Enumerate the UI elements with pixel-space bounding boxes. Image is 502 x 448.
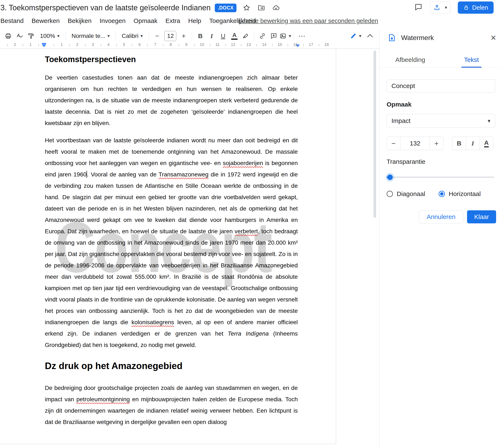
- menu-opmaak[interactable]: Opmaak: [130, 17, 161, 24]
- insert-image-button[interactable]: ▾: [279, 30, 291, 42]
- app-header: 3. Toekomstperspectieven van de laatste …: [0, 0, 502, 29]
- done-button[interactable]: Klaar: [467, 210, 496, 223]
- decrease-watermark-size-button[interactable]: −: [387, 137, 400, 150]
- menu-bewerken[interactable]: Bewerken: [28, 17, 64, 24]
- collapse-toolbar-button[interactable]: [364, 30, 376, 42]
- text-color-button[interactable]: A: [229, 30, 240, 42]
- ruler-number: 1: [30, 42, 32, 47]
- watermark-italic-button[interactable]: I: [466, 137, 479, 150]
- text-run: De veertien casestudies tonen aan dat de…: [45, 74, 298, 126]
- text-color-bar: [231, 39, 238, 40]
- watermark-text-input[interactable]: [387, 79, 495, 92]
- text-run: sojaboerderijen: [223, 160, 263, 166]
- slider-thumb[interactable]: [387, 175, 393, 180]
- highlighter-icon: [242, 32, 249, 40]
- zoom-select[interactable]: 100% ▾: [37, 30, 62, 42]
- text-run: Terra Indígena: [228, 330, 269, 337]
- bold-label: B: [198, 32, 203, 40]
- transparency-slider[interactable]: [387, 174, 494, 180]
- ruler-number: 6: [139, 42, 141, 47]
- docx-badge[interactable]: .DOCX: [215, 4, 236, 12]
- comment-icon: [414, 3, 423, 11]
- ruler-number: 15: [277, 42, 282, 47]
- watermark-size-value[interactable]: 132: [400, 137, 430, 150]
- plus-icon: +: [182, 32, 186, 40]
- bold-button[interactable]: B: [194, 30, 206, 42]
- orientation-options: Diagonaal Horizontaal: [387, 188, 496, 200]
- italic-button[interactable]: I: [206, 30, 217, 42]
- document-page[interactable]: Concept ToekomstperspectievenDe veertien…: [0, 49, 336, 444]
- cloud-saved-icon[interactable]: [272, 4, 280, 12]
- zoom-value: 100%: [40, 33, 55, 39]
- slider-track[interactable]: [387, 177, 494, 178]
- radio-diagonaal[interactable]: [387, 191, 393, 197]
- document-content[interactable]: ToekomstperspectievenDe veertien casestu…: [45, 49, 298, 434]
- spellcheck-button[interactable]: [14, 30, 25, 42]
- ruler-tick: [225, 44, 226, 46]
- more-options-button[interactable]: ⋯: [296, 30, 308, 42]
- editing-mode-select[interactable]: ▾: [350, 30, 361, 42]
- close-icon[interactable]: ×: [491, 33, 496, 42]
- increase-font-size-button[interactable]: +: [178, 30, 189, 42]
- ruler-tick: [54, 44, 54, 46]
- watermark-font-select[interactable]: Impact ▾: [387, 114, 495, 128]
- menu-bekijken[interactable]: Bekijken: [64, 17, 96, 24]
- vertical-scrollbar[interactable]: [373, 50, 376, 218]
- comment-history-button[interactable]: [414, 3, 423, 12]
- menu-extra[interactable]: Extra: [162, 17, 184, 24]
- ruler: 21123456789101112131415161718: [0, 42, 379, 49]
- export-icon: [433, 4, 440, 11]
- underline-button[interactable]: U: [217, 30, 229, 42]
- tab-tekst[interactable]: Tekst: [441, 52, 502, 67]
- ruler-tick: [257, 44, 257, 46]
- text-color-label: A: [232, 32, 236, 38]
- highlight-color-button[interactable]: [240, 30, 251, 42]
- ruler-number: 12: [231, 42, 235, 47]
- add-comment-button[interactable]: [268, 30, 279, 42]
- title-row: 3. Toekomstperspectieven van de laatste …: [0, 2, 280, 14]
- transparency-label: Transparantie: [387, 158, 425, 165]
- document-title[interactable]: 3. Toekomstperspectieven van de laatste …: [0, 3, 211, 12]
- insert-link-button[interactable]: [257, 30, 268, 42]
- decrease-font-size-button[interactable]: −: [151, 30, 163, 42]
- ruler-tick: [178, 44, 179, 46]
- ruler-tick: [147, 44, 148, 46]
- radio-horizontaal[interactable]: [439, 191, 445, 197]
- increase-watermark-size-button[interactable]: +: [430, 137, 443, 150]
- first-line-indent-marker[interactable]: [42, 43, 46, 44]
- tab-afbeelding[interactable]: Afbeelding: [380, 52, 441, 67]
- text-run: petroleumontginning: [76, 396, 130, 402]
- font-family-select[interactable]: Calibri ▾: [119, 30, 145, 42]
- ruler-number: 14: [262, 42, 266, 47]
- ruler-tick: [303, 44, 304, 46]
- opmaak-label: Opmaak: [387, 101, 411, 108]
- panel-title: Watermerk: [401, 34, 434, 42]
- ruler-tick: [132, 44, 132, 46]
- toolbar: 100% ▾ Normale te... ▾ Calibri ▾ − 12 + …: [0, 30, 379, 42]
- chevron-down-icon: ▾: [107, 34, 110, 38]
- paragraph-style-select[interactable]: Normale te... ▾: [69, 30, 112, 42]
- italic-label: I: [211, 32, 213, 40]
- menu-bestand[interactable]: Bestand: [0, 17, 28, 24]
- menu-invoegen[interactable]: Invoegen: [96, 17, 130, 24]
- share-button[interactable]: Delen: [458, 1, 494, 14]
- last-edit-status[interactable]: Laatste bewerking was een paar seconden …: [239, 17, 378, 24]
- print-button[interactable]: [2, 30, 14, 42]
- ruler-tick: [241, 44, 241, 46]
- printer-icon: [5, 32, 12, 40]
- ruler-tick: [272, 44, 273, 46]
- ruler-tick: [194, 44, 194, 46]
- star-icon[interactable]: [243, 4, 250, 12]
- move-folder-icon[interactable]: [258, 4, 265, 12]
- left-indent-marker[interactable]: [42, 44, 46, 47]
- menu-help[interactable]: Help: [184, 17, 205, 24]
- watermark-color-button[interactable]: A: [479, 137, 493, 150]
- indent-marker-left[interactable]: [42, 43, 46, 47]
- paint-format-button[interactable]: [25, 30, 37, 42]
- cancel-button[interactable]: Annuleren: [419, 210, 463, 223]
- font-size-input[interactable]: 12: [164, 31, 176, 41]
- watermark-bold-button[interactable]: B: [452, 137, 466, 150]
- ruler-number: 18: [324, 42, 329, 47]
- ruler-tick: [23, 44, 23, 46]
- export-button[interactable]: ▾: [430, 1, 450, 14]
